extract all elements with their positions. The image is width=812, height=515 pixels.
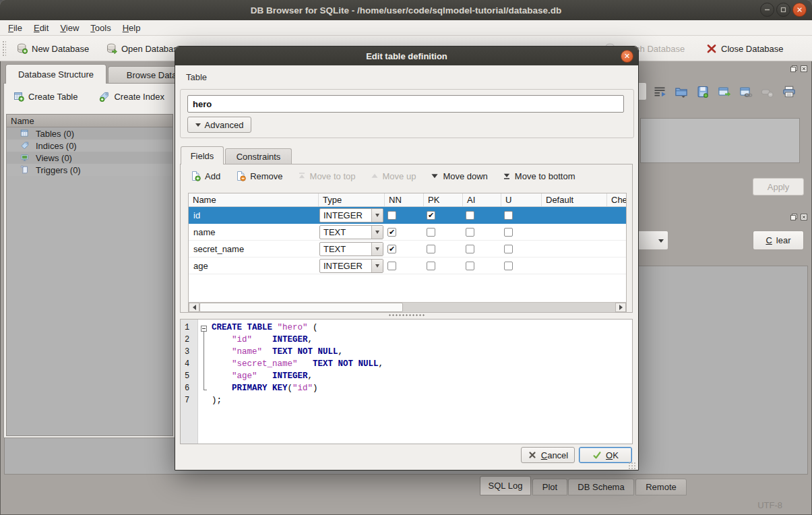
field-row-age[interactable]: ageINTEGER — [189, 258, 626, 274]
dialog-resize-grip[interactable] — [628, 462, 635, 469]
u-checkbox[interactable] — [504, 245, 513, 253]
grid-col-check[interactable]: Check — [607, 193, 627, 206]
type-combobox[interactable]: INTEGER — [319, 208, 383, 222]
dock-float-icon[interactable] — [790, 213, 798, 221]
tab-sql-log[interactable]: SQL Log — [480, 476, 531, 495]
u-checkbox[interactable] — [504, 228, 513, 237]
grid-col-u[interactable]: U — [501, 193, 542, 206]
open-database-button[interactable]: Open Database — [106, 40, 183, 57]
fold-collapse-icon[interactable] — [201, 326, 207, 332]
grid-col-name[interactable]: Name — [189, 193, 319, 206]
type-combobox[interactable]: INTEGER — [319, 259, 383, 273]
export-window-icon[interactable] — [717, 84, 732, 99]
u-checkbox[interactable] — [504, 211, 513, 220]
close-window-icon[interactable] — [792, 3, 807, 17]
ai-checkbox[interactable] — [466, 228, 474, 237]
ok-button[interactable]: OK — [579, 447, 632, 463]
clear-log-button[interactable]: Clear — [753, 231, 804, 250]
field-name-cell[interactable]: age — [189, 261, 319, 271]
scroll-right-icon[interactable] — [615, 303, 626, 312]
ai-checkbox[interactable] — [466, 211, 474, 220]
maximize-icon[interactable] — [776, 3, 790, 17]
chevron-down-icon[interactable] — [371, 260, 383, 272]
field-name-cell[interactable]: name — [189, 227, 319, 237]
pk-checkbox[interactable]: ✔ — [427, 211, 435, 220]
scrollbar-thumb[interactable] — [199, 303, 403, 312]
tree-item-triggers-0[interactable]: Triggers (0) — [7, 164, 173, 176]
menu-file[interactable]: File — [8, 23, 22, 33]
scroll-left-icon[interactable] — [189, 303, 199, 312]
pk-checkbox[interactable] — [427, 262, 435, 270]
dock-close-icon[interactable] — [800, 213, 808, 221]
cell-edit-area[interactable] — [640, 118, 800, 163]
add-button[interactable]: Add — [189, 169, 222, 183]
splitter-handle[interactable] — [388, 313, 426, 317]
cancel-button[interactable]: Cancel — [521, 447, 575, 463]
tab-fields[interactable]: Fields — [181, 146, 224, 164]
u-checkbox[interactable] — [504, 262, 513, 270]
tab-constraints[interactable]: Constraints — [225, 148, 292, 164]
tab-plot[interactable]: Plot — [532, 479, 567, 495]
move-to-bottom-button[interactable]: Move to bottom — [501, 170, 577, 183]
tree-item-indices-0[interactable]: Indices (0) — [7, 140, 173, 152]
create-index-button[interactable]: Create Index — [96, 89, 166, 104]
print-icon[interactable] — [782, 84, 797, 99]
advanced-button[interactable]: Advanced — [187, 117, 251, 133]
dialog-titlebar[interactable]: Edit table definition ✕ — [175, 47, 638, 65]
tree-header-name[interactable]: Name — [7, 115, 173, 127]
dock-float-icon[interactable] — [790, 65, 798, 73]
nn-checkbox[interactable]: ✔ — [387, 245, 396, 253]
mode-combobox-fragment[interactable] — [637, 82, 647, 100]
menu-tools[interactable]: Tools — [90, 23, 111, 33]
field-row-secret-name[interactable]: secret_nameTEXT✔ — [189, 241, 626, 258]
import-icon[interactable] — [674, 84, 689, 99]
field-name-cell[interactable]: id — [189, 210, 319, 220]
remove-button[interactable]: Remove — [234, 169, 284, 183]
apply-button[interactable]: Apply — [753, 178, 804, 195]
pk-checkbox[interactable] — [427, 245, 435, 253]
toolbar-drag-handle[interactable] — [2, 40, 6, 57]
menu-edit[interactable]: Edit — [34, 23, 49, 33]
nn-checkbox[interactable] — [387, 262, 396, 270]
type-combobox[interactable]: TEXT — [319, 242, 383, 256]
chevron-down-icon[interactable] — [371, 226, 383, 239]
minimize-icon[interactable] — [760, 3, 774, 17]
dialog-close-icon[interactable]: ✕ — [621, 50, 633, 63]
move-down-button[interactable]: Move down — [429, 170, 489, 183]
chevron-down-icon[interactable] — [371, 209, 383, 222]
ai-checkbox[interactable] — [466, 262, 474, 270]
grid-col-default[interactable]: Default — [542, 193, 607, 206]
grid-col-nn[interactable]: NN — [385, 193, 424, 206]
field-name-cell[interactable]: secret_name — [189, 244, 319, 254]
horizontal-scrollbar[interactable] — [189, 302, 626, 312]
chevron-down-icon[interactable] — [371, 243, 383, 255]
move-up-button[interactable]: Move up — [369, 170, 418, 183]
tree-item-views-0[interactable]: Views (0) — [7, 152, 173, 164]
window-titlebar[interactable]: DB Browser for SQLite - /home/user/code/… — [0, 0, 812, 20]
tab-database-structure[interactable]: Database Structure — [5, 64, 106, 84]
type-combobox[interactable]: TEXT — [319, 225, 383, 239]
pk-checkbox[interactable] — [427, 228, 435, 237]
grid-col-pk[interactable]: PK — [424, 193, 463, 206]
menu-view[interactable]: View — [60, 23, 79, 33]
tab-remote[interactable]: Remote — [635, 479, 687, 495]
menu-help[interactable]: Help — [123, 23, 141, 33]
close-database-button[interactable]: Close Database — [706, 40, 784, 57]
wrap-text-icon[interactable] — [652, 84, 667, 99]
tree-item-tables-0[interactable]: Tables (0) — [7, 127, 173, 140]
sql-preview-editor[interactable]: 1234567 CREATE TABLE "hero" ( "id" INTEG… — [180, 319, 633, 444]
grid-col-ai[interactable]: AI — [463, 193, 501, 206]
create-table-button[interactable]: Create Table — [11, 89, 80, 104]
save-icon[interactable] — [695, 84, 710, 99]
move-to-top-button[interactable]: Move to top — [296, 170, 357, 183]
new-database-button[interactable]: New Database — [17, 40, 89, 57]
table-name-input[interactable] — [187, 95, 624, 113]
link-window-icon[interactable] — [739, 84, 753, 99]
field-row-id[interactable]: idINTEGER✔ — [189, 207, 626, 224]
nn-checkbox[interactable] — [387, 211, 396, 220]
set-null-icon[interactable] — [760, 84, 775, 99]
field-row-name[interactable]: nameTEXT✔ — [189, 224, 626, 241]
grid-col-type[interactable]: Type — [319, 193, 385, 206]
nn-checkbox[interactable]: ✔ — [387, 228, 396, 237]
ai-checkbox[interactable] — [466, 245, 474, 253]
